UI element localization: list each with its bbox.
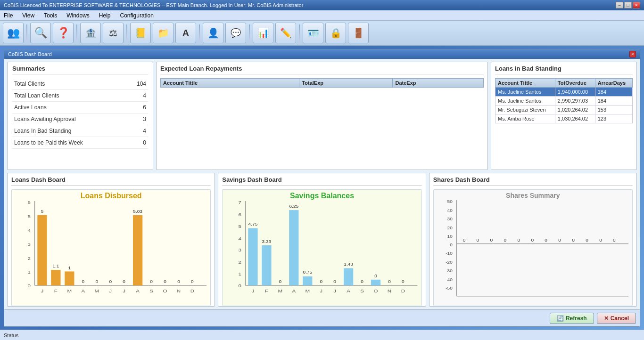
toolbar-separator-2: [76, 24, 77, 41]
svg-text:0: 0: [320, 279, 323, 284]
summary-loans-awaiting-value: 3: [143, 116, 146, 122]
bottom-bar: 🔄 Refresh ✕ Cancel: [4, 309, 640, 326]
loans-chart-svg: 6 5 4 3 2 1 0 5: [16, 201, 206, 300]
bad-standing-days: 123: [595, 114, 632, 123]
title-text: CoBIS Licenced To ENTERPRISE SOFTWARE & …: [4, 2, 303, 8]
bad-standing-row[interactable]: Ms. Jacline Santos 2,990,297.03 184: [495, 97, 633, 105]
savings-dashboard-panel: Savings Dash Board Savings Balances 7 6 …: [218, 173, 426, 307]
refresh-icon: 🔄: [557, 315, 564, 322]
menu-view[interactable]: View: [20, 12, 36, 19]
summary-loans-paid-week[interactable]: Loans to be Paid this Week 0: [12, 137, 148, 149]
menu-tools[interactable]: Tools: [42, 12, 59, 19]
svg-text:1: 1: [68, 265, 71, 270]
bad-standing-row[interactable]: Ms. Jacline Santos 1,940,000.00 184: [495, 88, 633, 97]
savings-dashboard-title: Savings Dash Board: [222, 176, 421, 186]
bad-standing-body: Ms. Jacline Santos 1,940,000.00 184Ms. J…: [495, 88, 633, 123]
menu-configuration[interactable]: Configuration: [118, 12, 156, 19]
svg-text:5.03: 5.03: [133, 209, 142, 213]
svg-text:0: 0: [279, 279, 282, 284]
summary-total-loan-clients-value: 4: [143, 92, 146, 99]
shares-chart-area: Shares Summary 50 40 30 20 10 0: [433, 189, 633, 306]
svg-text:M: M: [278, 288, 283, 293]
toolbar-separator-1: [26, 24, 27, 41]
refresh-button[interactable]: 🔄 Refresh: [550, 313, 594, 324]
svg-text:J: J: [320, 288, 323, 293]
dashboard-close-button[interactable]: ✕: [629, 51, 636, 57]
chart-btn[interactable]: 📊: [253, 23, 273, 43]
summary-total-loan-clients-label: Total Loan Clients: [14, 92, 59, 99]
toolbar-separator-5: [249, 24, 250, 41]
summary-loans-bad-standing-value: 4: [143, 128, 146, 134]
menu-file[interactable]: File: [2, 12, 15, 19]
svg-text:0: 0: [334, 279, 337, 284]
svg-text:A: A: [81, 288, 85, 293]
menu-help[interactable]: Help: [97, 12, 113, 19]
svg-text:7: 7: [239, 201, 241, 205]
svg-rect-13: [65, 271, 74, 285]
maximize-button[interactable]: □: [624, 2, 632, 8]
users-btn[interactable]: 👤: [203, 23, 223, 43]
svg-text:6: 6: [239, 212, 241, 217]
inspect-btn[interactable]: 🔍: [30, 23, 51, 43]
dashboard-content: Summaries Total Clients 104 Total Loan C…: [4, 59, 640, 173]
summary-active-loans[interactable]: Active Loans 6: [12, 102, 148, 113]
svg-text:0: 0: [572, 237, 575, 242]
svg-text:D: D: [401, 288, 405, 293]
svg-text:O: O: [374, 288, 378, 293]
svg-text:10: 10: [447, 234, 452, 239]
svg-text:-30: -30: [446, 268, 453, 273]
bad-standing-account: Mr. Sebuguzi Steven: [495, 105, 555, 114]
card-btn[interactable]: 🪪: [303, 23, 323, 43]
help-btn[interactable]: ❓: [53, 23, 74, 43]
lock-btn[interactable]: 🔒: [325, 23, 346, 43]
svg-text:J: J: [123, 288, 125, 293]
bad-standing-row[interactable]: Mr. Sebuguzi Steven 1,020,264.02 153: [495, 105, 633, 114]
svg-text:3: 3: [27, 242, 30, 247]
svg-text:40: 40: [447, 208, 452, 212]
svg-text:0: 0: [599, 237, 602, 242]
svg-text:M: M: [94, 288, 99, 293]
window-controls: – □ ✕: [616, 2, 640, 8]
svg-text:0: 0: [177, 279, 180, 284]
summary-total-clients-label: Total Clients: [14, 81, 45, 87]
cancel-button[interactable]: ✕ Cancel: [597, 313, 636, 324]
svg-text:J: J: [531, 298, 534, 299]
savings-btn[interactable]: 🏦: [80, 23, 101, 43]
bad-standing-row[interactable]: Ms. Amba Rose 1,030,264.02 123: [495, 114, 633, 123]
close-button[interactable]: ✕: [633, 2, 640, 8]
dashboard-window: CoBIS Dash Board ✕ Summaries Total Clien…: [4, 49, 640, 327]
minimize-button[interactable]: –: [616, 2, 623, 8]
font-btn[interactable]: A: [175, 23, 196, 43]
exit-btn[interactable]: 🚪: [348, 23, 369, 43]
svg-text:J: J: [252, 288, 255, 293]
pen-btn[interactable]: ✏️: [275, 23, 296, 43]
folder-btn[interactable]: 📁: [153, 23, 173, 43]
cancel-icon: ✕: [604, 315, 609, 322]
expected-col-account: Account Tittle: [161, 79, 299, 88]
summaries-panel: Summaries Total Clients 104 Total Loan C…: [7, 62, 153, 170]
bad-standing-account: Ms. Jacline Santos: [495, 88, 555, 97]
members-btn[interactable]: 👥: [3, 23, 24, 43]
svg-text:M: M: [489, 298, 494, 299]
svg-text:0: 0: [191, 279, 194, 284]
ledger-btn[interactable]: 📒: [130, 23, 151, 43]
bad-standing-days: 153: [595, 105, 632, 114]
expected-loans-panel: Expected Loan Repayments Account Tittle …: [156, 62, 488, 170]
svg-text:4.75: 4.75: [248, 222, 258, 227]
summary-total-loan-clients[interactable]: Total Loan Clients 4: [12, 90, 148, 102]
svg-text:4: 4: [27, 227, 30, 233]
svg-text:-50: -50: [446, 286, 453, 291]
svg-text:1: 1: [239, 271, 241, 276]
summary-total-clients[interactable]: Total Clients 104: [12, 78, 148, 90]
menu-windows[interactable]: Windows: [65, 12, 91, 19]
summary-loans-awaiting[interactable]: Loans Awaiting Approval 3: [12, 113, 148, 125]
scales-btn[interactable]: ⚖: [103, 23, 124, 43]
svg-text:J: J: [545, 298, 547, 299]
svg-rect-63: [303, 276, 312, 285]
svg-rect-73: [371, 280, 380, 285]
sms-btn[interactable]: 💬: [225, 23, 246, 43]
svg-text:0: 0: [517, 237, 520, 242]
summary-loans-bad-standing[interactable]: Loans In Bad Standing 4: [12, 125, 148, 137]
bad-standing-overdue: 2,990,297.03: [555, 97, 595, 105]
svg-text:30: 30: [447, 217, 452, 221]
